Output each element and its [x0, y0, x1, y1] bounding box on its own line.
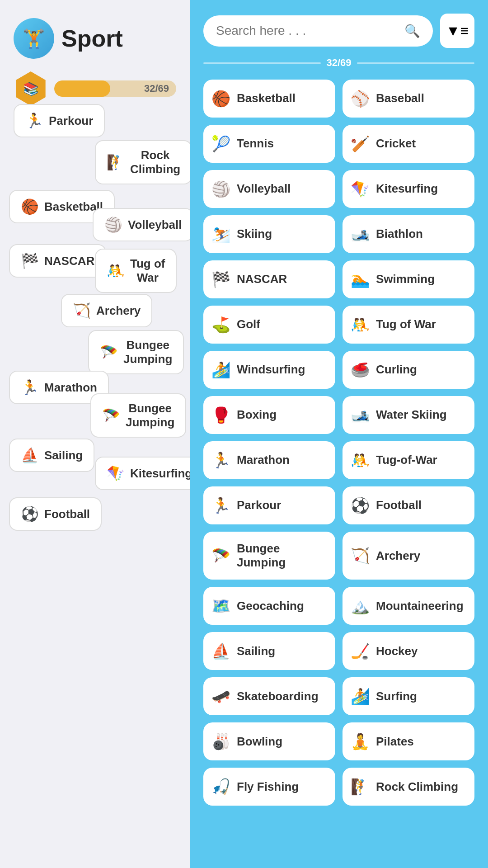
app-header: 🏋️ Sport [14, 18, 176, 59]
grid-item-football[interactable]: ⚽Football [343, 486, 474, 524]
kitesurfing-grid-label: Kitesurfing [376, 182, 438, 196]
volleyball-grid-label: Volleyball [237, 182, 291, 196]
grid-item-bowling[interactable]: 🎳Bowling [203, 722, 335, 760]
grid-item-mountaineering[interactable]: 🏔️Mountaineering [343, 587, 474, 625]
grid-item-swimming[interactable]: 🏊Swimming [343, 260, 474, 298]
grid-item-parkour[interactable]: 🏃Parkour [203, 486, 335, 524]
left-item-archery[interactable]: 🏹 Archery [61, 294, 152, 327]
filter-button[interactable]: ▼≡ [440, 14, 474, 48]
filter-icon: ▼≡ [446, 23, 469, 39]
skateboarding-grid-icon: 🛹 [211, 687, 230, 705]
app-logo: 🏋️ [14, 18, 54, 59]
football-grid-icon: ⚽ [351, 496, 370, 514]
grid-item-sailing[interactable]: ⛵Sailing [203, 632, 335, 670]
tug-of-war-grid-icon: 🤼 [351, 316, 370, 334]
grid-item-marathon[interactable]: 🏃Marathon [203, 441, 335, 479]
geocaching-grid-icon: 🗺️ [211, 597, 230, 615]
mountaineering-grid-icon: 🏔️ [351, 597, 370, 615]
progress-text: 32/69 [144, 83, 169, 94]
hockey-grid-icon: 🏒 [351, 642, 370, 660]
bungee-jumping-grid-icon: 🪂 [211, 547, 230, 565]
left-item-football[interactable]: ⚽ Football [9, 497, 102, 531]
progress-bar-wrapper: 32/69 [54, 80, 176, 97]
bungee-jumping-grid-label: Bungee Jumping [237, 542, 327, 570]
left-item-bungee-1[interactable]: 🪂 BungeeJumping [88, 330, 184, 374]
progress-bar-fill [54, 80, 110, 97]
tennis-grid-icon: 🎾 [211, 135, 230, 153]
left-item-volleyball[interactable]: 🏐 Volleyball [93, 208, 190, 241]
grid-item-skiing[interactable]: ⛷️Skiing [203, 215, 335, 253]
parkour-label: Parkour [49, 114, 93, 128]
grid-item-bungee-jumping[interactable]: 🪂Bungee Jumping [203, 532, 335, 580]
tug-of-war-2-grid-icon: 🤼 [351, 451, 370, 469]
windsurfing-grid-icon: 🏄 [211, 361, 230, 379]
archery-label: Archery [96, 304, 141, 318]
grid-item-volleyball[interactable]: 🏐Volleyball [203, 170, 335, 208]
grid-item-rock-climbing[interactable]: 🧗Rock Climbing [343, 768, 474, 806]
grid-item-hockey[interactable]: 🏒Hockey [343, 632, 474, 670]
kitesurfing-icon: 🪁 [107, 465, 125, 482]
grid-item-nascar[interactable]: 🏁NASCAR [203, 260, 335, 298]
tug-of-war-icon: 🤼 [107, 262, 125, 279]
left-item-nascar[interactable]: 🏁 NASCAR [9, 244, 106, 278]
grid-item-golf[interactable]: ⛳Golf [203, 306, 335, 344]
left-item-kitesurfing[interactable]: 🪁 Kitesurfing [95, 457, 190, 490]
archery-grid-label: Archery [376, 549, 420, 563]
search-input[interactable] [216, 24, 399, 38]
marathon-grid-icon: 🏃 [211, 451, 230, 469]
rock-climbing-label: RockClimbing [130, 148, 180, 176]
tennis-grid-label: Tennis [237, 137, 274, 151]
curling-grid-label: Curling [376, 363, 417, 377]
parkour-grid-label: Parkour [237, 498, 281, 512]
right-panel: 🔍 ▼≡ 32/69 🏀Basketball⚾Baseball🎾Tennis🏏C… [190, 0, 488, 868]
grid-item-windsurfing[interactable]: 🏄Windsurfing [203, 351, 335, 389]
grid-item-fly-fishing[interactable]: 🎣Fly Fishing [203, 768, 335, 806]
grid-item-surfing[interactable]: 🏄Surfing [343, 677, 474, 715]
mountaineering-grid-label: Mountaineering [376, 599, 464, 613]
bowling-grid-label: Bowling [237, 735, 282, 749]
grid-item-archery[interactable]: 🏹Archery [343, 532, 474, 580]
tug-of-war-label: Tug ofWar [130, 257, 165, 285]
left-panel: 🏋️ Sport 📚 32/69 🏃 Parkour 🧗 RockClimbin… [0, 0, 190, 868]
grid-item-water-skiing[interactable]: 🎿Water Skiing [343, 396, 474, 434]
kitesurfing-label: Kitesurfing [130, 467, 190, 481]
skateboarding-grid-label: Skateboarding [237, 689, 319, 703]
grid-item-tug-of-war[interactable]: 🤼Tug of War [343, 306, 474, 344]
sailing-label: Sailing [44, 448, 83, 462]
grid-item-pilates[interactable]: 🧘Pilates [343, 722, 474, 760]
grid-item-curling[interactable]: 🥌Curling [343, 351, 474, 389]
grid-item-tennis[interactable]: 🎾Tennis [203, 125, 335, 163]
nascar-grid-icon: 🏁 [211, 270, 230, 288]
bungee-2-icon: 🪂 [102, 407, 120, 424]
swimming-grid-label: Swimming [376, 272, 435, 286]
biathlon-grid-label: Biathlon [376, 227, 423, 241]
left-item-bungee-2[interactable]: 🪂 BungeeJumping [90, 393, 186, 438]
left-item-tug-of-war[interactable]: 🤼 Tug ofWar [95, 249, 177, 293]
badge-emoji: 📚 [23, 81, 39, 96]
grid-item-boxing[interactable]: 🥊Boxing [203, 396, 335, 434]
prog-line-right [357, 62, 474, 64]
pilates-grid-icon: 🧘 [351, 732, 370, 750]
archery-grid-icon: 🏹 [351, 547, 370, 565]
grid-item-baseball[interactable]: ⚾Baseball [343, 80, 474, 118]
grid-item-geocaching[interactable]: 🗺️Geocaching [203, 587, 335, 625]
nascar-grid-label: NASCAR [237, 272, 287, 286]
progress-container: 📚 32/69 [14, 71, 176, 106]
grid-item-kitesurfing[interactable]: 🪁Kitesurfing [343, 170, 474, 208]
geocaching-grid-label: Geocaching [237, 599, 304, 613]
football-grid-label: Football [376, 498, 422, 512]
bungee-1-icon: 🪂 [100, 344, 118, 361]
grid-item-biathlon[interactable]: 🎿Biathlon [343, 215, 474, 253]
search-input-wrapper[interactable]: 🔍 [203, 15, 433, 47]
skiing-grid-icon: ⛷️ [211, 225, 230, 243]
left-item-rock-climbing[interactable]: 🧗 RockClimbing [95, 140, 190, 184]
grid-item-basketball[interactable]: 🏀Basketball [203, 80, 335, 118]
skiing-grid-label: Skiing [237, 227, 272, 241]
left-item-parkour[interactable]: 🏃 Parkour [14, 104, 105, 137]
parkour-icon: 🏃 [25, 112, 43, 129]
grid-item-cricket[interactable]: 🏏Cricket [343, 125, 474, 163]
left-item-sailing[interactable]: ⛵ Sailing [9, 439, 94, 472]
grid-item-skateboarding[interactable]: 🛹Skateboarding [203, 677, 335, 715]
grid-item-tug-of-war-2[interactable]: 🤼Tug-of-War [343, 441, 474, 479]
basketball-grid-icon: 🏀 [211, 90, 230, 108]
